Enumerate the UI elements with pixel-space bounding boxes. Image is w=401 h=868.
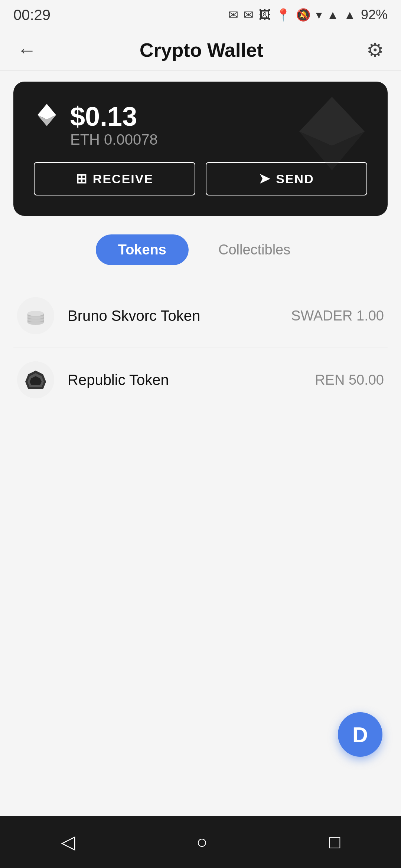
receive-button[interactable]: ⊞ RECEIVE xyxy=(34,162,195,195)
settings-button[interactable]: ⚙ xyxy=(363,35,388,65)
eth-watermark xyxy=(291,93,373,176)
token-item[interactable]: Republic Token REN 50.00 xyxy=(13,348,388,412)
token-icon-ren xyxy=(17,361,54,398)
mail2-icon: ✉ xyxy=(244,8,254,22)
eth-balance: ETH 0.00078 xyxy=(70,131,158,148)
photo-icon: 🖼 xyxy=(259,8,271,22)
token-list: Bruno Skvorc Token SWADER 1.00 Republic … xyxy=(13,284,388,412)
bottom-nav-bar: ◁ ○ □ xyxy=(0,816,401,868)
status-bar: 00:29 ✉ ✉ 🖼 📍 🔕 ▾ ▲ ▲ 92% xyxy=(0,0,401,30)
nav-home-button[interactable]: ○ xyxy=(185,828,219,857)
signal2-icon: ▲ xyxy=(344,8,356,22)
token-balance-bruno: SWADER 1.00 xyxy=(291,308,384,324)
main-content: $0.13 ETH 0.00078 ⊞ RECEIVE ➤ SEND Token… xyxy=(0,70,401,423)
tabs-row: Tokens Collectibles xyxy=(13,234,388,265)
status-icons: ✉ ✉ 🖼 📍 🔕 ▾ ▲ ▲ 92% xyxy=(228,7,388,23)
token-name-bruno: Bruno Skvorc Token xyxy=(68,308,291,324)
status-time: 00:29 xyxy=(13,7,50,23)
tab-collectibles[interactable]: Collectibles xyxy=(203,234,305,265)
maps-icon: 📍 xyxy=(276,8,291,22)
fab-button[interactable]: D xyxy=(338,712,382,757)
usd-balance: $0.13 xyxy=(70,102,158,131)
mail-icon: ✉ xyxy=(228,8,238,22)
send-icon: ➤ xyxy=(259,171,271,187)
fab-label: D xyxy=(352,722,368,747)
bell-muted-icon: 🔕 xyxy=(296,8,311,22)
page-title: Crypto Wallet xyxy=(140,39,263,61)
token-balance-ren: REN 50.00 xyxy=(315,372,384,388)
back-button[interactable]: ← xyxy=(13,35,40,65)
wallet-card: $0.13 ETH 0.00078 ⊞ RECEIVE ➤ SEND xyxy=(13,82,388,216)
eth-logo-icon xyxy=(34,102,60,128)
svg-point-10 xyxy=(27,311,44,316)
token-item[interactable]: Bruno Skvorc Token SWADER 1.00 xyxy=(13,284,388,348)
battery-level: 92% xyxy=(361,7,388,23)
signal-icon: ▲ xyxy=(327,8,339,22)
content-wrapper: $0.13 ETH 0.00078 ⊞ RECEIVE ➤ SEND Token… xyxy=(0,70,401,816)
tab-tokens[interactable]: Tokens xyxy=(96,234,189,265)
wifi-icon: ▾ xyxy=(316,8,322,22)
top-nav: ← Crypto Wallet ⚙ xyxy=(0,30,401,70)
nav-recent-button[interactable]: □ xyxy=(318,828,351,857)
receive-label: RECEIVE xyxy=(93,172,153,186)
qr-icon: ⊞ xyxy=(76,171,88,187)
token-name-ren: Republic Token xyxy=(68,372,315,388)
wallet-amounts: $0.13 ETH 0.00078 xyxy=(70,102,158,148)
token-icon-bruno xyxy=(17,297,54,334)
nav-back-button[interactable]: ◁ xyxy=(50,828,86,857)
